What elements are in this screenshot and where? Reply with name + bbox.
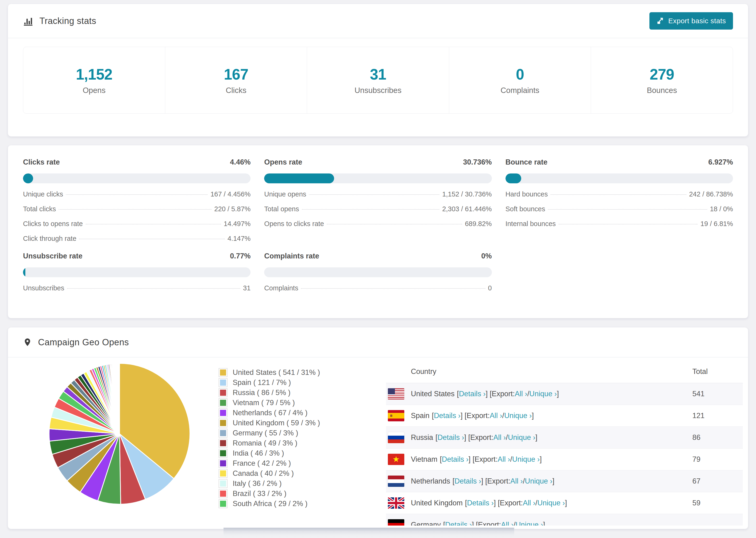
rate-progress-bar bbox=[23, 267, 250, 277]
export-unique-link[interactable]: Unique › bbox=[515, 521, 543, 525]
legend-label: Romania ( 49 / 3% ) bbox=[233, 439, 297, 447]
export-all-link[interactable]: All › bbox=[493, 433, 506, 442]
vn-flag-icon bbox=[388, 454, 404, 465]
legend-swatch bbox=[219, 499, 228, 508]
rate-detail-value: 19 / 6.81% bbox=[700, 220, 733, 228]
rate-detail-label: Complaints bbox=[264, 284, 298, 292]
export-basic-stats-label: Export basic stats bbox=[668, 17, 726, 25]
country-name: Germany bbox=[411, 521, 441, 525]
export-all-link[interactable]: All › bbox=[498, 455, 510, 463]
separator-text: / bbox=[513, 521, 515, 525]
bracket-text: [ bbox=[465, 499, 467, 507]
table-row: United States[Details ›] [Export: All › … bbox=[386, 383, 743, 405]
rate-block: Opens rate30.736%Unique opens1,152 / 30.… bbox=[264, 158, 492, 242]
export-unique-link[interactable]: Unique › bbox=[537, 499, 565, 507]
export-unique-link[interactable]: Unique › bbox=[508, 433, 535, 442]
details-link[interactable]: Details › bbox=[437, 433, 464, 442]
bar-chart-icon bbox=[23, 16, 33, 26]
export-all-link[interactable]: All › bbox=[523, 499, 535, 507]
bracket-text: ] bbox=[535, 433, 537, 442]
geo-pie-chart bbox=[48, 362, 191, 506]
export-unique-link[interactable]: Unique › bbox=[512, 455, 540, 463]
geo-table-header-total: Total bbox=[689, 367, 743, 376]
details-link[interactable]: Details › bbox=[445, 521, 472, 525]
rate-title: Bounce rate bbox=[506, 158, 548, 166]
rate-detail-value: 0 bbox=[488, 284, 492, 292]
separator-text: / bbox=[527, 390, 529, 398]
geo-pie-area bbox=[23, 360, 210, 525]
rate-title: Unsubscribe rate bbox=[23, 252, 82, 260]
export-label: ] [Export: bbox=[469, 455, 498, 463]
export-all-link[interactable]: All › bbox=[511, 477, 523, 485]
legend-swatch bbox=[219, 469, 228, 478]
legend-swatch bbox=[219, 408, 228, 417]
legend-item: South Africa ( 29 / 2% ) bbox=[219, 499, 327, 509]
total-value: 541 bbox=[689, 390, 743, 398]
legend-item: Italy ( 36 / 2% ) bbox=[219, 478, 327, 488]
rate-progress-fill bbox=[264, 174, 334, 183]
campaign-geo-opens-card: Campaign Geo Opens United States ( 541 /… bbox=[8, 327, 748, 529]
rate-progress-bar bbox=[23, 174, 250, 183]
stat-box: 167Clicks bbox=[165, 47, 307, 113]
country-name: United States bbox=[411, 390, 455, 398]
page-title: Tracking stats bbox=[39, 16, 96, 26]
legend-swatch-color bbox=[220, 440, 226, 446]
bracket-text: [ bbox=[443, 521, 445, 525]
geo-title: Campaign Geo Opens bbox=[38, 337, 129, 348]
country-name: Russia bbox=[411, 433, 433, 442]
rate-detail-value: 18 / 0% bbox=[710, 205, 733, 213]
legend-swatch-color bbox=[220, 420, 226, 426]
export-all-link[interactable]: All › bbox=[514, 390, 527, 398]
rate-detail-row: Complaints0 bbox=[264, 284, 492, 292]
legend-label: Germany ( 55 / 3% ) bbox=[233, 429, 298, 437]
tracking-stats-card: Tracking stats Export basic stats 1,152O… bbox=[8, 4, 748, 136]
rate-detail-row: Total opens2,303 / 61.446% bbox=[264, 205, 492, 213]
legend-swatch-color bbox=[220, 470, 226, 476]
export-basic-stats-button[interactable]: Export basic stats bbox=[649, 12, 733, 29]
leader-dots bbox=[559, 224, 698, 224]
details-link[interactable]: Details › bbox=[459, 390, 486, 398]
export-unique-link[interactable]: Unique › bbox=[529, 390, 557, 398]
stat-value: 167 bbox=[224, 66, 248, 83]
legend-swatch-color bbox=[220, 460, 226, 466]
rate-header: Clicks rate4.46% bbox=[23, 158, 250, 166]
legend-swatch-color bbox=[220, 491, 226, 497]
table-row: Russia[Details ›] [Export: All › / Uniqu… bbox=[386, 427, 743, 449]
gb-flag-icon bbox=[388, 497, 404, 509]
rate-detail-row: Internal bounces19 / 6.81% bbox=[506, 220, 733, 228]
bottom-shadow-strip bbox=[224, 528, 514, 538]
country-cell: United States[Details ›] [Export: All › … bbox=[386, 388, 689, 400]
rate-detail-row: Unique clicks167 / 4.456% bbox=[23, 190, 250, 198]
table-row: Vietnam[Details ›] [Export: All › / Uniq… bbox=[386, 449, 743, 470]
rate-detail-value: 689.82% bbox=[465, 220, 492, 228]
rate-progress-bar bbox=[264, 174, 492, 183]
legend-item: Spain ( 121 / 7% ) bbox=[219, 377, 327, 388]
export-all-link[interactable]: All › bbox=[490, 411, 502, 420]
country-cell: Russia[Details ›] [Export: All › / Uniqu… bbox=[386, 432, 689, 443]
details-link[interactable]: Details › bbox=[467, 499, 494, 507]
legend-item: France ( 42 / 2% ) bbox=[219, 458, 327, 468]
export-all-link[interactable]: All › bbox=[501, 521, 513, 525]
ru-flag-icon bbox=[388, 432, 404, 443]
legend-item: Canada ( 40 / 2% ) bbox=[219, 468, 327, 478]
rate-header: Opens rate30.736% bbox=[264, 158, 492, 166]
country-cell: Germany[Details ›] [Export: All › / Uniq… bbox=[386, 519, 689, 525]
legend-swatch-color bbox=[220, 410, 226, 416]
geo-body: United States ( 541 / 31% )Spain ( 121 /… bbox=[8, 357, 748, 525]
rate-detail-label: Internal bounces bbox=[506, 220, 556, 228]
export-label: ] [Export: bbox=[472, 521, 501, 525]
bracket-text: [ bbox=[436, 433, 438, 442]
legend-label: Russia ( 86 / 5% ) bbox=[233, 389, 291, 397]
rate-header: Bounce rate6.927% bbox=[506, 158, 733, 166]
leader-dots bbox=[309, 194, 439, 195]
geo-table-header-country: Country bbox=[386, 367, 689, 376]
details-link[interactable]: Details › bbox=[455, 477, 481, 485]
export-unique-link[interactable]: Unique › bbox=[525, 477, 553, 485]
details-link[interactable]: Details › bbox=[442, 455, 469, 463]
bracket-text: [ bbox=[457, 390, 459, 398]
rate-detail-row: Clicks to opens rate14.497% bbox=[23, 220, 250, 228]
rate-value: 0% bbox=[481, 252, 492, 260]
export-unique-link[interactable]: Unique › bbox=[504, 411, 532, 420]
rate-block: Complaints rate0%Complaints0 bbox=[264, 252, 492, 292]
details-link[interactable]: Details › bbox=[434, 411, 460, 420]
